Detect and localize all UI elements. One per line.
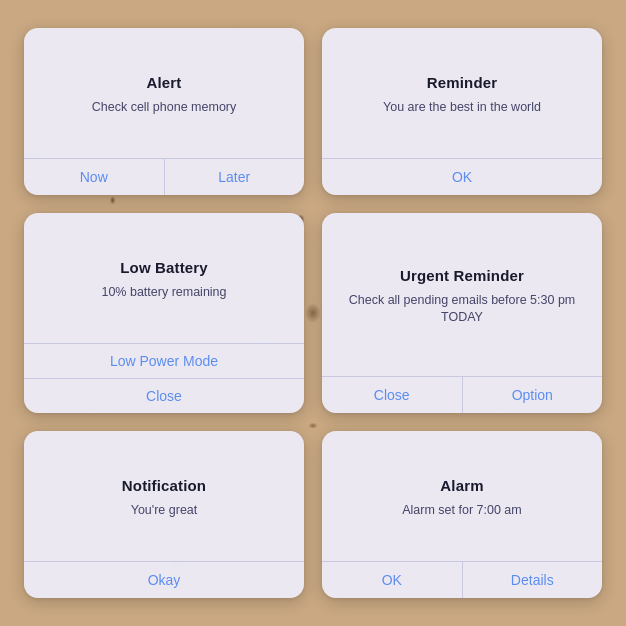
- card-actions-alarm: OKDetails: [322, 561, 602, 598]
- card-notification: NotificationYou're greatOkay: [24, 431, 304, 598]
- btn-alert-later[interactable]: Later: [165, 159, 305, 195]
- card-body-alert: AlertCheck cell phone memory: [24, 28, 304, 158]
- card-alert: AlertCheck cell phone memoryNowLater: [24, 28, 304, 195]
- btn-alarm-ok[interactable]: OK: [322, 562, 463, 598]
- card-reminder: ReminderYou are the best in the worldOK: [322, 28, 602, 195]
- btn-urgent-reminder-close[interactable]: Close: [322, 377, 463, 413]
- card-message-low-battery: 10% battery remaining: [101, 284, 226, 302]
- card-title-notification: Notification: [122, 477, 206, 494]
- card-alarm: AlarmAlarm set for 7:00 amOKDetails: [322, 431, 602, 598]
- card-title-reminder: Reminder: [427, 74, 497, 91]
- card-urgent-reminder: Urgent ReminderCheck all pending emails …: [322, 213, 602, 413]
- card-actions-alert: NowLater: [24, 158, 304, 195]
- card-title-alert: Alert: [147, 74, 182, 91]
- btn-alarm-details[interactable]: Details: [463, 562, 603, 598]
- btn-urgent-reminder-option[interactable]: Option: [463, 377, 603, 413]
- card-message-alert: Check cell phone memory: [92, 99, 237, 117]
- card-low-battery: Low Battery10% battery remainingLow Powe…: [24, 213, 304, 413]
- card-body-reminder: ReminderYou are the best in the world: [322, 28, 602, 158]
- btn-low-battery-low-power-mode[interactable]: Low Power Mode: [24, 344, 304, 379]
- btn-low-battery-close[interactable]: Close: [24, 379, 304, 413]
- card-actions-low-battery: Low Power ModeClose: [24, 343, 304, 413]
- card-message-notification: You're great: [131, 502, 198, 520]
- card-actions-notification: Okay: [24, 561, 304, 598]
- card-title-low-battery: Low Battery: [120, 259, 208, 276]
- card-message-alarm: Alarm set for 7:00 am: [402, 502, 522, 520]
- card-actions-urgent-reminder: CloseOption: [322, 376, 602, 413]
- card-title-alarm: Alarm: [440, 477, 483, 494]
- btn-reminder-ok[interactable]: OK: [322, 159, 602, 195]
- card-actions-reminder: OK: [322, 158, 602, 195]
- card-body-alarm: AlarmAlarm set for 7:00 am: [322, 431, 602, 561]
- card-body-low-battery: Low Battery10% battery remaining: [24, 213, 304, 343]
- btn-notification-okay[interactable]: Okay: [24, 562, 304, 598]
- card-message-reminder: You are the best in the world: [383, 99, 541, 117]
- card-body-notification: NotificationYou're great: [24, 431, 304, 561]
- card-title-urgent-reminder: Urgent Reminder: [400, 267, 524, 284]
- card-body-urgent-reminder: Urgent ReminderCheck all pending emails …: [322, 213, 602, 376]
- card-message-urgent-reminder: Check all pending emails before 5:30 pm …: [338, 292, 586, 327]
- card-grid: AlertCheck cell phone memoryNowLaterRemi…: [0, 0, 626, 626]
- btn-alert-now[interactable]: Now: [24, 159, 165, 195]
